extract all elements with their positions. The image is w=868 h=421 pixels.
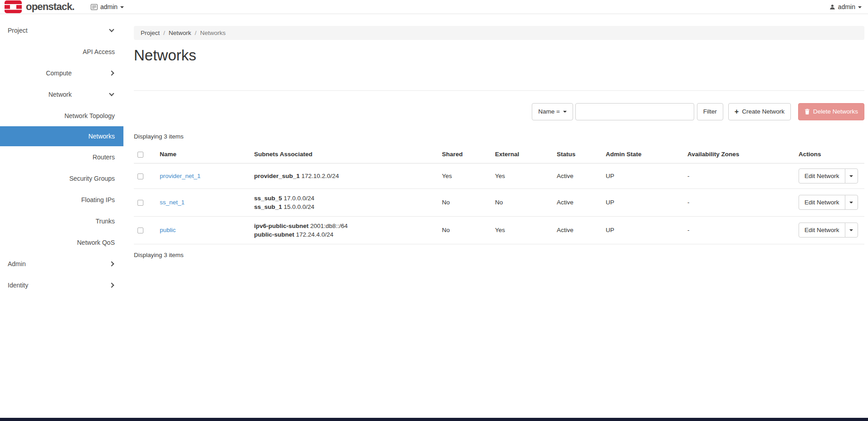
subnet-entry: public-subnet 172.24.4.0/24 (254, 230, 435, 239)
shared-cell: Yes (438, 163, 491, 188)
external-cell: Yes (491, 216, 553, 244)
status-cell: Active (553, 188, 602, 216)
admin-state-cell: UP (602, 188, 684, 216)
header-availability-zones[interactable]: Availability Zones (684, 145, 795, 163)
sidebar-item-api-access[interactable]: API Access (0, 41, 123, 62)
domain-list-icon (91, 4, 98, 10)
row-actions: Edit Network (799, 195, 858, 210)
trash-icon (804, 109, 810, 114)
sidebar-item-networks[interactable]: Networks (0, 126, 123, 146)
sidebar-item-project[interactable]: Project (0, 20, 123, 41)
sidebar-item-identity[interactable]: Identity (0, 274, 123, 296)
delete-networks-button[interactable]: Delete Networks (798, 103, 864, 120)
select-all-checkbox[interactable] (137, 152, 143, 158)
chevron-right-icon (109, 70, 114, 75)
chevron-right-icon (109, 261, 114, 266)
subnet-cidr: 17.0.0.0/24 (284, 195, 314, 202)
sidebar-item-admin[interactable]: Admin (0, 253, 123, 274)
edit-network-button[interactable]: Edit Network (799, 223, 845, 238)
row-actions: Edit Network (799, 168, 858, 183)
subnet-entry: ipv6-public-subnet 2001:db8::/64 (254, 222, 435, 230)
bottom-edge-bar (0, 418, 868, 421)
filter-input[interactable] (575, 103, 694, 120)
sidebar-item-floating-ips[interactable]: Floating IPs (0, 189, 123, 210)
row-checkbox[interactable] (137, 200, 143, 206)
chevron-down-icon (849, 229, 853, 231)
edit-network-button[interactable]: Edit Network (799, 195, 845, 210)
row-actions: Edit Network (799, 223, 858, 238)
header-name[interactable]: Name (156, 145, 250, 163)
chevron-down-icon (563, 111, 567, 113)
sidebar-item-label: Routers (93, 154, 115, 161)
filter-field-dropdown[interactable]: Name = (532, 103, 573, 120)
sidebar-item-security-groups[interactable]: Security Groups (0, 168, 123, 189)
external-cell: No (491, 188, 553, 216)
table-toolbar: Name = Filter + Create Network Delete Ne… (134, 103, 864, 120)
user-label: admin (838, 3, 855, 10)
breadcrumb-project[interactable]: Project (141, 30, 160, 36)
header-external[interactable]: External (491, 145, 553, 163)
availability-zones-cell: - (684, 188, 795, 216)
chevron-down-icon (858, 6, 862, 8)
table-header-row: Name Subnets Associated Shared External … (134, 145, 864, 163)
header-status[interactable]: Status (553, 145, 602, 163)
sidebar-item-label: Compute (46, 69, 72, 77)
network-name-link[interactable]: ss_net_1 (160, 199, 185, 206)
brand: openstack. (5, 0, 74, 13)
shared-cell: No (438, 188, 491, 216)
subnet-entry: ss_sub_1 15.0.0.0/24 (254, 203, 435, 211)
status-cell: Active (553, 216, 602, 244)
networks-table: Name Subnets Associated Shared External … (134, 145, 864, 244)
sidebar-item-label: Trunks (96, 218, 115, 225)
subnet-cidr: 172.24.4.0/24 (296, 231, 333, 238)
filter-button[interactable]: Filter (697, 103, 723, 120)
subnet-cidr: 15.0.0.0/24 (284, 203, 314, 210)
sidebar-item-network-qos[interactable]: Network QoS (0, 232, 123, 253)
create-network-label: Create Network (742, 108, 785, 115)
breadcrumb-separator: / (195, 30, 196, 36)
table-row: ss_net_1 ss_sub_5 17.0.0.0/24 ss_sub_1 1… (134, 188, 864, 216)
subnet-cidr: 172.10.2.0/24 (301, 173, 339, 179)
items-count-bottom: Displaying 3 items (134, 252, 864, 258)
context-label: admin (100, 3, 118, 10)
network-name-link[interactable]: provider_net_1 (160, 173, 201, 179)
user-menu[interactable]: admin (829, 3, 862, 10)
context-switcher[interactable]: admin (91, 3, 124, 10)
sidebar-item-network-topology[interactable]: Network Topology (0, 105, 123, 126)
header-subnets-associated[interactable]: Subnets Associated (250, 145, 438, 163)
row-checkbox[interactable] (137, 173, 143, 179)
network-name-link[interactable]: public (160, 227, 176, 233)
sidebar-item-network[interactable]: Network (0, 84, 123, 105)
breadcrumb-network[interactable]: Network (169, 30, 191, 36)
sidebar-item-label: Network QoS (77, 239, 115, 246)
shared-cell: No (438, 216, 491, 244)
header-divider (134, 90, 864, 91)
breadcrumb: Project / Network / Networks (134, 26, 864, 40)
sidebar-item-trunks[interactable]: Trunks (0, 210, 123, 232)
edit-network-button[interactable]: Edit Network (799, 168, 845, 183)
chevron-right-icon (109, 282, 114, 287)
create-network-button[interactable]: + Create Network (728, 103, 791, 120)
page-title: Networks (134, 47, 864, 64)
header-admin-state[interactable]: Admin State (602, 145, 684, 163)
row-actions-dropdown[interactable] (845, 223, 858, 238)
delete-networks-label: Delete Networks (813, 108, 858, 115)
availability-zones-cell: - (684, 216, 795, 244)
sidebar-item-routers[interactable]: Routers (0, 146, 123, 168)
subnet-entry: ss_sub_5 17.0.0.0/24 (254, 194, 435, 203)
header-shared[interactable]: Shared (438, 145, 491, 163)
filter-field-label: Name = (538, 108, 560, 115)
breadcrumb-current: Networks (200, 30, 226, 36)
chevron-down-icon (849, 202, 853, 203)
row-checkbox[interactable] (137, 228, 143, 233)
chevron-down-icon (120, 6, 124, 8)
sidebar-item-label: Identity (8, 282, 28, 289)
sidebar-item-compute[interactable]: Compute (0, 62, 123, 84)
chevron-down-icon (849, 175, 853, 177)
sidebar-item-label: Network (49, 91, 72, 98)
row-actions-dropdown[interactable] (845, 168, 858, 183)
external-cell: Yes (491, 163, 553, 188)
subnet-entry: provider_sub_1 172.10.2.0/24 (254, 172, 435, 180)
row-actions-dropdown[interactable] (845, 195, 858, 210)
sidebar-item-label: Admin (8, 260, 26, 267)
